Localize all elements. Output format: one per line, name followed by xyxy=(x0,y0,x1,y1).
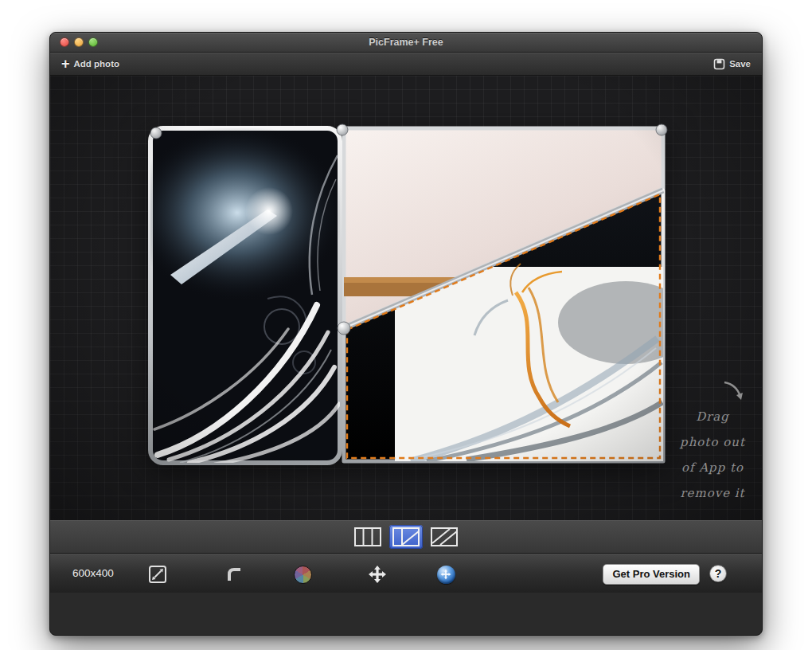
color-button[interactable] xyxy=(292,564,313,585)
vertical-stripes-icon xyxy=(354,527,381,546)
sphere-cross-icon xyxy=(440,569,451,580)
frame-knob[interactable] xyxy=(150,127,162,139)
remove-hint: Drag photo out of App to remove it xyxy=(668,380,757,506)
fractal-photo xyxy=(395,264,668,461)
hint-line: of App to xyxy=(668,455,757,480)
help-button[interactable]: ? xyxy=(709,565,727,582)
picframe-window: PicFrame+ Free + Add photo Save xyxy=(49,32,763,636)
bottom-bar: 600x400 xyxy=(50,554,762,593)
plus-icon: + xyxy=(61,57,70,71)
layout-option-vertical-stripes[interactable] xyxy=(351,525,385,549)
frame-knob[interactable] xyxy=(338,322,350,335)
pan-sphere-button[interactable] xyxy=(435,564,456,585)
hint-line: remove it xyxy=(668,480,757,506)
layout-picker xyxy=(50,520,762,554)
photo-collage xyxy=(148,123,668,466)
frame-knob[interactable] xyxy=(656,124,667,135)
corner-radius-icon xyxy=(224,565,244,584)
resize-icon xyxy=(148,565,167,584)
blue-sphere-icon xyxy=(437,566,455,584)
save-label: Save xyxy=(729,59,751,69)
window-footer xyxy=(50,593,762,636)
diagonal-stripes-icon xyxy=(431,527,458,546)
window-title: PicFrame+ Free xyxy=(50,33,762,52)
corner-radius-button[interactable] xyxy=(224,564,244,585)
hint-line: Drag xyxy=(668,404,757,429)
save-icon xyxy=(713,58,725,70)
hint-line: photo out xyxy=(668,429,757,455)
editor-canvas[interactable]: Drag photo out of App to remove it xyxy=(50,76,762,520)
color-wheel-icon xyxy=(294,566,312,584)
layout-option-diagonal-split[interactable] xyxy=(389,525,423,549)
desktop: PicFrame+ Free + Add photo Save xyxy=(0,0,812,650)
hint-arrow-icon xyxy=(722,380,746,402)
get-pro-version-button[interactable]: Get Pro Version xyxy=(603,564,700,585)
add-photo-label: Add photo xyxy=(74,59,119,69)
move-icon xyxy=(367,564,388,585)
layout-option-diagonal-stripes[interactable] xyxy=(427,525,461,549)
save-button[interactable]: Save xyxy=(713,53,751,75)
add-photo-button[interactable]: + Add photo xyxy=(61,53,119,75)
frame-knob[interactable] xyxy=(337,124,348,135)
toolbar: + Add photo Save xyxy=(50,53,762,76)
resize-button[interactable] xyxy=(147,564,168,585)
size-readout: 600x400 xyxy=(72,554,114,593)
diagonal-split-icon xyxy=(392,527,420,546)
move-button[interactable] xyxy=(367,564,388,585)
titlebar: PicFrame+ Free xyxy=(50,33,762,53)
